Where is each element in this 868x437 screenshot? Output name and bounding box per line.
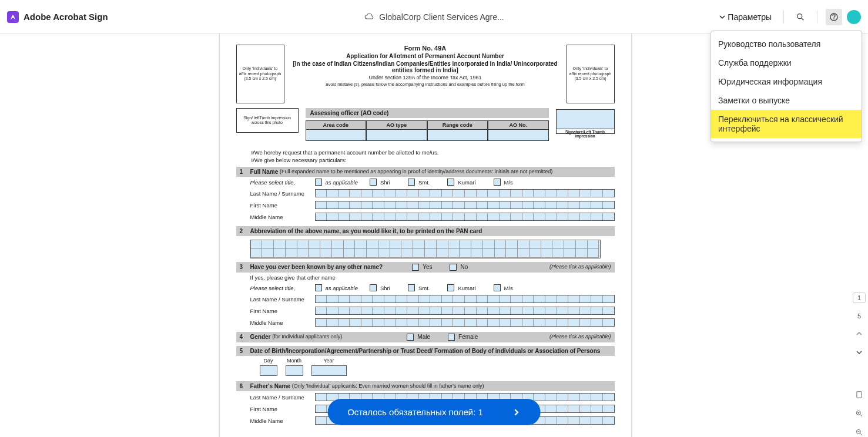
- document-title-wrap: GlobalCorp Client Services Agre...: [364, 12, 504, 22]
- title-shri[interactable]: [370, 179, 377, 186]
- title-chk[interactable]: [315, 179, 322, 186]
- dob-day-field[interactable]: [260, 365, 277, 376]
- other-lastname-field[interactable]: [315, 295, 615, 303]
- signature-box: Signature/Left Thumb impression: [556, 109, 615, 134]
- help-menu-item-classic[interactable]: Переключиться на классический интерфейс: [711, 110, 862, 138]
- ao-no-field[interactable]: [488, 130, 548, 140]
- help-menu: Руководство пользователя Служба поддержк…: [711, 31, 862, 142]
- divider: [817, 11, 817, 23]
- help-menu-item-release[interactable]: Заметки о выпуске: [711, 91, 862, 110]
- gender-female[interactable]: [448, 334, 455, 341]
- zoom-in-button[interactable]: [853, 409, 865, 418]
- other-firstname-field[interactable]: [315, 307, 615, 315]
- search-icon: [796, 12, 805, 22]
- gender-male[interactable]: [407, 334, 414, 341]
- topbar: Adobe Acrobat Sign GlobalCorp Client Ser…: [0, 0, 868, 34]
- photo-box-right: Only 'Individuals' to affix recent photo…: [567, 45, 615, 103]
- chevron-right-icon: [512, 408, 521, 416]
- page-total: 5: [857, 312, 861, 320]
- other-no[interactable]: [450, 264, 457, 271]
- area-code-field[interactable]: [306, 130, 366, 140]
- lastname-field[interactable]: [315, 189, 615, 197]
- brand-name: Adobe Acrobat Sign: [24, 12, 108, 22]
- cloud-icon: [364, 12, 374, 22]
- intro-1: I/We hereby request that a permanent acc…: [236, 149, 615, 156]
- svg-point-2: [834, 19, 835, 19]
- required-fields-pill[interactable]: Осталось обязательных полей: 1: [327, 399, 541, 425]
- form-title: Application for Allotment of Permanent A…: [290, 53, 561, 59]
- form-subtitle: [In the case of Indian Citizens/Indian C…: [290, 60, 561, 73]
- range-code-field[interactable]: [428, 130, 488, 140]
- brand: Adobe Acrobat Sign: [7, 11, 108, 23]
- help-menu-item-legal[interactable]: Юридическая информация: [711, 72, 862, 91]
- intro-2: I/We give below necessary particulars:: [236, 157, 615, 163]
- fit-page-button[interactable]: [853, 390, 865, 399]
- params-dropdown[interactable]: Параметры: [716, 10, 775, 24]
- help-icon: [829, 12, 839, 22]
- ao-table: Area code AO type Range code AO No.: [306, 120, 549, 141]
- title-kumari[interactable]: [447, 179, 454, 186]
- dob-year-field[interactable]: [311, 365, 347, 376]
- page-down-button[interactable]: [853, 348, 865, 357]
- title-ms[interactable]: [494, 179, 501, 186]
- zoom-out-button[interactable]: [853, 428, 865, 437]
- sign-box-left: Sign/ leftTumb impression across this ph…: [236, 108, 299, 133]
- abbrev-field[interactable]: [250, 240, 601, 258]
- help-menu-item-support[interactable]: Служба поддержки: [711, 53, 862, 72]
- page-current[interactable]: 1: [853, 293, 866, 303]
- dob-month-field[interactable]: [286, 365, 303, 376]
- ao-heading: Assessing officer (AO code): [306, 108, 549, 118]
- document-page: Only 'Individuals' to affix recent photo…: [220, 34, 631, 437]
- required-fields-text: Осталось обязательных полей: 1: [347, 407, 483, 417]
- help-button[interactable]: [826, 9, 842, 25]
- svg-point-0: [797, 14, 802, 18]
- divider: [783, 11, 784, 23]
- chevron-down-icon: [719, 14, 725, 20]
- title-smt[interactable]: [408, 179, 415, 186]
- acrobat-logo-icon: [7, 11, 19, 23]
- other-middlename-field[interactable]: [315, 318, 615, 327]
- other-yes[interactable]: [412, 264, 419, 271]
- svg-rect-3: [857, 392, 862, 398]
- middlename-field[interactable]: [315, 213, 615, 221]
- search-button[interactable]: [792, 9, 809, 25]
- page-up-button[interactable]: [853, 329, 865, 338]
- signature-field[interactable]: [557, 110, 614, 129]
- document-title: GlobalCorp Client Services Agre...: [379, 12, 504, 22]
- form-instr: avoid mistake (s), please follow the acc…: [290, 82, 561, 87]
- photo-box-left: Only 'Individuals' to affix recent photo…: [236, 45, 284, 103]
- ao-type-field[interactable]: [367, 130, 427, 140]
- user-avatar[interactable]: [847, 10, 861, 24]
- form-number: Form No. 49A: [290, 45, 561, 52]
- form-section: Under section 139A of the Income Tax Act…: [290, 75, 561, 80]
- top-controls: Параметры: [716, 9, 861, 25]
- help-menu-item-guide[interactable]: Руководство пользователя: [711, 35, 862, 53]
- firstname-field[interactable]: [315, 201, 615, 209]
